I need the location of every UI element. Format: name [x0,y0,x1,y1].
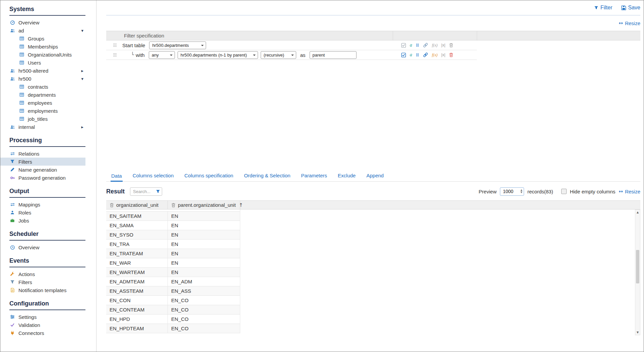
pipe-icon[interactable] [416,53,419,57]
sidebar-item-overview[interactable]: Overview [0,243,85,251]
sidebar-item-departments[interactable]: departments [0,91,85,99]
sidebar-item-overview[interactable]: Overview [0,18,85,26]
table-cell: EN_SAMA [106,221,168,230]
delete-column-icon[interactable] [110,203,114,207]
sidebar-item-label: Validation [18,322,40,328]
filter-button[interactable]: Filter [594,5,613,11]
alias-icon[interactable]: a [410,52,412,58]
filter-spec-title: Filter specification [124,33,164,38]
sidebar-item-connectors[interactable]: Connectors [0,329,85,337]
table-cell: EN_CO [168,296,240,305]
sidebar-item-notification-templates[interactable]: Notification templates [0,286,85,294]
tab-parameters[interactable]: Parameters [301,173,328,181]
sidebar-item-validation[interactable]: Validation [0,321,85,329]
sidebar-item-contracts[interactable]: contracts [0,83,85,91]
sidebar-item-users[interactable]: Users [0,59,85,67]
hide-empty-columns-label: Hide empty columns [570,189,616,194]
link-icon[interactable] [423,42,428,48]
sidebar-item-roles[interactable]: Roles [0,208,85,216]
preview-count-spinner[interactable]: ▲ ▼ [521,189,524,194]
pencil-icon [9,167,15,172]
scrollbar-thumb[interactable] [636,250,639,283]
arrows-icon [9,151,15,156]
recursion-select-value: (recursive) [264,53,284,58]
sidebar-item-filters[interactable]: Filters [0,158,85,166]
caret-right-icon[interactable]: ▸ [81,124,85,129]
pipe-icon[interactable] [416,43,419,48]
vertical-scrollbar[interactable]: ▲ ▼ [635,209,640,335]
resize-filter-link[interactable]: ↔ Resize [619,20,640,26]
sidebar-item-hr500[interactable]: hr500▾ [0,75,85,83]
tab-data[interactable]: Data [111,173,123,182]
column-header-organizational-unit[interactable]: organizational_unit [106,201,168,209]
sidebar-item-settings[interactable]: Settings [0,313,85,321]
sidebar-item-job-titles[interactable]: job_titles [0,115,85,123]
caret-down-icon[interactable]: ▾ [81,76,85,81]
absolute-icon[interactable]: |x| [441,53,445,57]
table-header-filler [240,201,640,209]
table-cell: EN_WAR [106,258,168,267]
scroll-up-button[interactable]: ▲ [635,210,640,215]
section-heading-events: Events [0,256,96,267]
table-cell: EN_SAITEAM [106,211,168,221]
sidebar-item-jobs[interactable]: Jobs [0,216,85,225]
delete-column-icon[interactable] [171,203,176,207]
search-filter-icon[interactable] [156,189,160,194]
sidebar-item-employments[interactable]: employments [0,107,85,115]
alias-icon[interactable]: a [410,42,412,48]
caret-down-icon[interactable]: ▾ [81,28,85,33]
link-icon[interactable] [423,52,428,58]
quantifier-select[interactable]: any [149,51,175,59]
sidebar-item-actions[interactable]: Actions [0,270,85,278]
start-table-select[interactable]: hr500.departments [149,41,206,49]
sidebar-item-organizationalunits[interactable]: OrganizationalUnits [0,51,85,59]
absolute-icon[interactable]: |x| [441,43,445,48]
sidebar-item-internal[interactable]: internal▸ [0,123,85,131]
table-cell: EN_WARTEAM [106,268,168,277]
delete-rule-icon[interactable] [449,43,453,48]
recursion-select[interactable]: (recursive) [261,51,296,59]
resize-result-link[interactable]: ↔ Resize [619,188,640,194]
drag-handle-icon[interactable] [113,43,117,47]
resize-link-label: Resize [625,20,640,26]
delete-rule-icon[interactable] [449,53,453,57]
hide-empty-columns-checkbox[interactable] [561,189,567,194]
sidebar-item-filters[interactable]: Filters [0,278,85,286]
drag-handle-icon[interactable] [113,53,117,57]
tab-ordering-selection[interactable]: Ordering & Selection [243,173,291,181]
search-input[interactable] [133,189,156,194]
preview-count-input[interactable] [500,189,516,194]
sidebar-item-memberships[interactable]: Memberships [0,42,85,51]
spin-down-icon[interactable]: ▼ [521,191,522,194]
enable-checkbox-icon[interactable] [401,53,406,58]
sidebar-item-ad[interactable]: ad▾ [0,26,85,34]
briefcase-icon [9,218,15,223]
tab-append[interactable]: Append [366,173,384,181]
sidebar-item-name-generation[interactable]: Name generation [0,166,85,174]
column-header-parent-organizational-unit[interactable]: parent.organizational_unit ↑ [168,201,240,209]
preview-label: Preview [479,189,497,194]
table-cell: EN_TRATEAM [106,249,168,258]
enable-checkbox-icon[interactable] [401,43,406,48]
sidebar-item-mappings[interactable]: Mappings [0,200,85,208]
tab-columns-specification[interactable]: Columns specification [184,173,234,181]
alias-input[interactable] [310,51,357,59]
sidebar-sections: SystemsOverviewad▾GroupsMembershipsOrgan… [0,4,96,337]
function-icon[interactable]: f(x) [432,53,438,58]
filter-specification-panel: Filter specification Start table hr500.d… [106,31,640,170]
relation-select[interactable]: hr500.departments (n-1 by parent) [178,51,258,59]
caret-right-icon[interactable]: ▸ [81,68,85,73]
sidebar-item-employees[interactable]: employees [0,99,85,107]
section-heading-systems: Systems [0,4,96,15]
sidebar-item-hr500-altered[interactable]: hr500-altered▸ [0,67,85,75]
sidebar-item-relations[interactable]: Relations [0,150,85,158]
sidebar-item-groups[interactable]: Groups [0,34,85,42]
tab-columns-selection[interactable]: Columns selection [132,173,175,181]
save-button[interactable]: Save [621,5,640,11]
scroll-down-button[interactable]: ▼ [635,330,640,335]
sidebar-section-output: OutputMappingsRolesJobs [0,186,96,225]
table-cell: EN_CONTEAM [106,305,168,314]
sidebar-item-password-generation[interactable]: Password generation [0,174,85,182]
tab-exclude[interactable]: Exclude [337,173,356,181]
function-icon[interactable]: f(x) [432,43,438,48]
